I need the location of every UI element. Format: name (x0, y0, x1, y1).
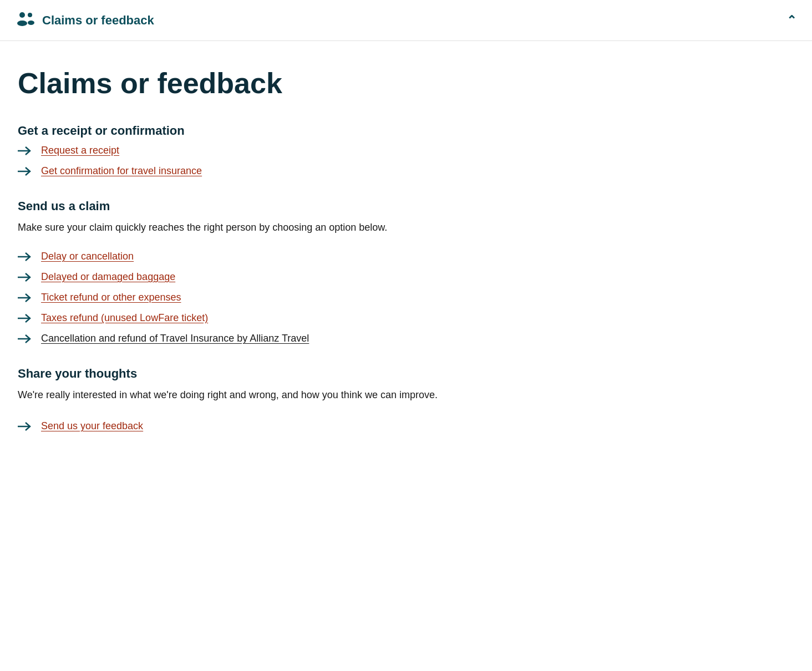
svg-point-0 (19, 12, 25, 18)
arrow-icon (18, 334, 33, 344)
receipt-heading: Get a receipt or confirmation (18, 124, 481, 138)
arrow-icon (18, 272, 33, 282)
arrow-icon (18, 313, 33, 323)
send-feedback-link[interactable]: Send us your feedback (41, 420, 143, 432)
arrow-icon (18, 146, 33, 156)
get-confirmation-link[interactable]: Get confirmation for travel insurance (41, 165, 202, 177)
list-item: Get confirmation for travel insurance (18, 165, 481, 177)
claim-section: Send us a claim Make sure your claim qui… (18, 199, 481, 344)
arrow-icon (18, 293, 33, 303)
svg-point-2 (28, 13, 32, 17)
list-item: Delay or cancellation (18, 251, 481, 262)
claim-description: Make sure your claim quickly reaches the… (18, 220, 481, 235)
claim-link-list: Delay or cancellation Delayed or damaged… (18, 251, 481, 344)
top-bar-left: Claims or feedback (16, 10, 154, 30)
arrow-icon (18, 252, 33, 262)
receipt-section: Get a receipt or confirmation Request a … (18, 124, 481, 177)
receipt-link-list: Request a receipt Get confirmation for t… (18, 145, 481, 177)
request-receipt-link[interactable]: Request a receipt (41, 145, 119, 156)
thoughts-link-list: Send us your feedback (18, 420, 481, 432)
ticket-refund-link[interactable]: Ticket refund or other expenses (41, 292, 181, 303)
chevron-up-icon[interactable]: ⌃ (786, 13, 796, 28)
taxes-refund-link[interactable]: Taxes refund (unused LowFare ticket) (41, 312, 208, 324)
page-title: Claims or feedback (18, 68, 481, 99)
people-icon (16, 10, 34, 30)
svg-point-1 (17, 21, 27, 26)
list-item: Request a receipt (18, 145, 481, 156)
main-content: Claims or feedback Get a receipt or conf… (0, 41, 499, 487)
top-bar: Claims or feedback ⌃ (0, 0, 812, 41)
thoughts-section: Share your thoughts We're really interes… (18, 367, 481, 432)
svg-point-3 (28, 21, 34, 25)
damaged-baggage-link[interactable]: Delayed or damaged baggage (41, 271, 175, 283)
list-item: Taxes refund (unused LowFare ticket) (18, 312, 481, 324)
list-item: Delayed or damaged baggage (18, 271, 481, 283)
arrow-icon (18, 421, 33, 431)
list-item: Ticket refund or other expenses (18, 292, 481, 303)
allianz-cancel-link[interactable]: Cancellation and refund of Travel Insura… (41, 333, 309, 344)
claim-heading: Send us a claim (18, 199, 481, 214)
list-item: Cancellation and refund of Travel Insura… (18, 333, 481, 344)
thoughts-description: We're really interested in what we're do… (18, 388, 481, 403)
delay-cancellation-link[interactable]: Delay or cancellation (41, 251, 134, 262)
thoughts-heading: Share your thoughts (18, 367, 481, 381)
arrow-icon (18, 166, 33, 176)
list-item: Send us your feedback (18, 420, 481, 432)
top-bar-title: Claims or feedback (42, 13, 154, 28)
